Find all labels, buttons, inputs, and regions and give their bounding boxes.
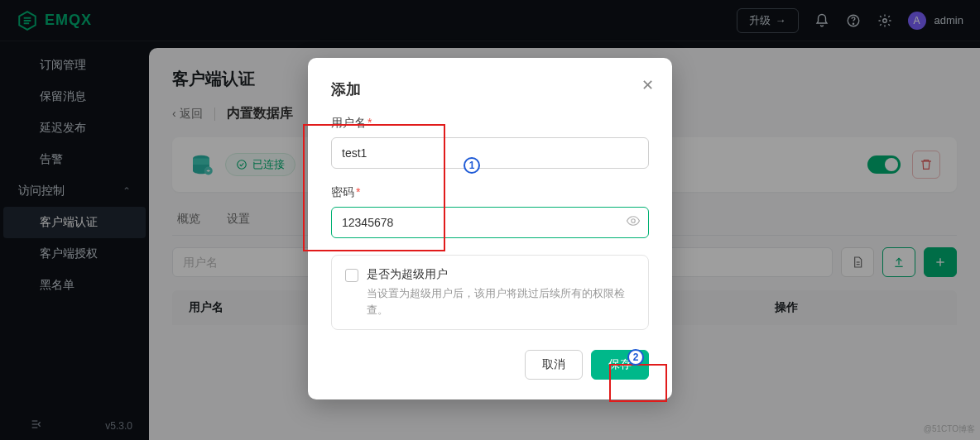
cancel-button[interactable]: 取消 [525,350,583,380]
username-label: 用户名* [331,116,649,131]
superuser-checkbox[interactable] [345,269,358,282]
modal-title: 添加 [331,79,649,99]
username-field[interactable] [331,137,649,169]
modal-overlay: 添加 ✕ 用户名* 密码* 是否为超级用户 当设置为超级用户后，该用户将跳过后续… [0,0,980,440]
save-button[interactable]: 保存 [591,350,649,380]
superuser-box: 是否为超级用户 当设置为超级用户后，该用户将跳过后续所有的权限检查。 [331,255,649,330]
add-user-modal: 添加 ✕ 用户名* 密码* 是否为超级用户 当设置为超级用户后，该用户将跳过后续… [308,58,672,399]
superuser-title: 是否为超级用户 [367,267,635,282]
close-icon[interactable]: ✕ [641,76,654,94]
svg-point-19 [632,219,636,223]
superuser-desc: 当设置为超级用户后，该用户将跳过后续所有的权限检查。 [367,285,635,318]
eye-icon[interactable] [626,213,641,232]
password-label: 密码* [331,185,649,200]
password-field[interactable] [331,207,649,238]
